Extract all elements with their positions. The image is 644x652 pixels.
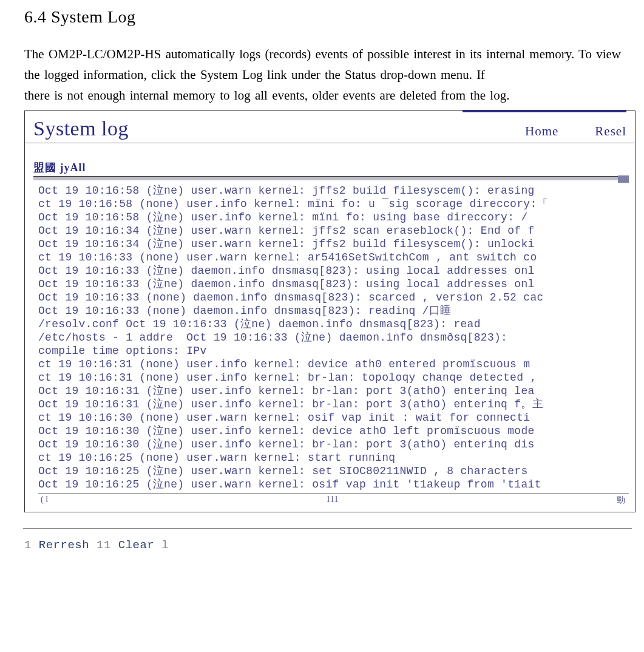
log-line: /etc/hosts - 1 addre Oct 19 10:16:33 (泣n… xyxy=(38,331,629,344)
button-bracket: 11 xyxy=(97,538,118,552)
log-line: ct 19 10:16:31 (none) user.info kernel: … xyxy=(38,371,629,384)
intro-paragraph-1: The OM2P-LC/OM2P-HS automatically logs (… xyxy=(24,44,638,85)
log-line: compile time options: IPv xyxy=(38,344,629,358)
log-line: Oct 19 10:16:58 (泣ne) user.info kernel: … xyxy=(38,211,629,224)
intro-paragraph-2: there is not enough internal memory to l… xyxy=(24,85,638,106)
subsection-label: 盟國 jyAll xyxy=(33,160,635,176)
footer-actions: 1 Rerresh 11 Clear l xyxy=(24,538,638,552)
subsection-scrollbar[interactable] xyxy=(33,176,628,180)
log-line: Oct 19 10:16:33 (none) daemon.info dnsma… xyxy=(38,291,629,304)
button-bracket: 1 xyxy=(24,538,39,552)
scroll-mid: 111 xyxy=(327,495,339,506)
log-line: Oct 19 10:16:25 (泣ne) user.warn kernel: … xyxy=(38,478,629,491)
log-line: /resolv.conf Oct 19 10:16:33 (泣ne) daemo… xyxy=(38,318,629,331)
home-link[interactable]: Home xyxy=(525,124,558,139)
log-line: Oct 19 10:16:58 (泣ne) user.warn kernel: … xyxy=(38,184,629,197)
log-line: Oct 19 10:16:33 (none) daemon.info dnsma… xyxy=(38,304,629,318)
clear-button[interactable]: Clear xyxy=(118,538,155,552)
log-line: Oct 19 10:16:33 (泣ne) daemon.info dnsmas… xyxy=(38,277,629,291)
panel-title: System log xyxy=(33,117,489,140)
log-line: Oct 19 10:16:31 (泣ne) user.info kernel: … xyxy=(38,384,629,398)
scroll-right-cap: 勁 xyxy=(617,495,625,506)
button-bracket: l xyxy=(154,538,169,552)
log-line: ct 19 10:16:58 (none) user.info kernel: … xyxy=(38,197,629,211)
log-line: Oct 19 10:16:33 (泣ne) daemon.info dnsmas… xyxy=(38,264,629,277)
log-line: ct 19 10:16:33 (none) user.warn kernel: … xyxy=(38,251,629,264)
horizontal-scroll-foot[interactable]: ( l 111 勁 xyxy=(41,495,625,506)
log-line: Oct 19 10:16:25 (泣ne) user.warn kernel: … xyxy=(38,464,629,478)
refresh-button[interactable]: Rerresh xyxy=(39,538,89,552)
scroll-left-cap: ( l xyxy=(41,495,48,506)
system-log-panel: System log Home Resel 盟國 jyAll Oct 19 10… xyxy=(24,110,636,512)
log-line: ct 19 10:16:25 (none) user.warn kernel: … xyxy=(38,451,629,464)
section-title: 6.4 System Log xyxy=(24,7,638,27)
log-line: ct 19 10:16:30 (none) user.warn kernel: … xyxy=(38,411,629,424)
reset-link[interactable]: Resel xyxy=(595,124,626,139)
log-line: Oct 19 10:16:34 (泣ne) user.warn kernel: … xyxy=(38,224,629,237)
log-line: Oct 19 10:16:34 (泣ne) user.warn kernel: … xyxy=(38,237,629,251)
log-line: ct 19 10:16:31 (none) user.info kernel: … xyxy=(38,358,629,371)
footer-divider xyxy=(23,528,632,529)
panel-header: System log Home Resel xyxy=(25,112,635,143)
log-line: Oct 19 10:16:30 (泣ne) user.info kernel: … xyxy=(38,438,629,451)
log-line: Oct 19 10:16:30 (泣ne) user.info kernel: … xyxy=(38,424,629,438)
log-line: Oct 19 10:16:31 (泣ne) user.info kernel: … xyxy=(38,398,629,411)
log-textarea[interactable]: Oct 19 10:16:58 (泣ne) user.warn kernel: … xyxy=(38,184,629,494)
